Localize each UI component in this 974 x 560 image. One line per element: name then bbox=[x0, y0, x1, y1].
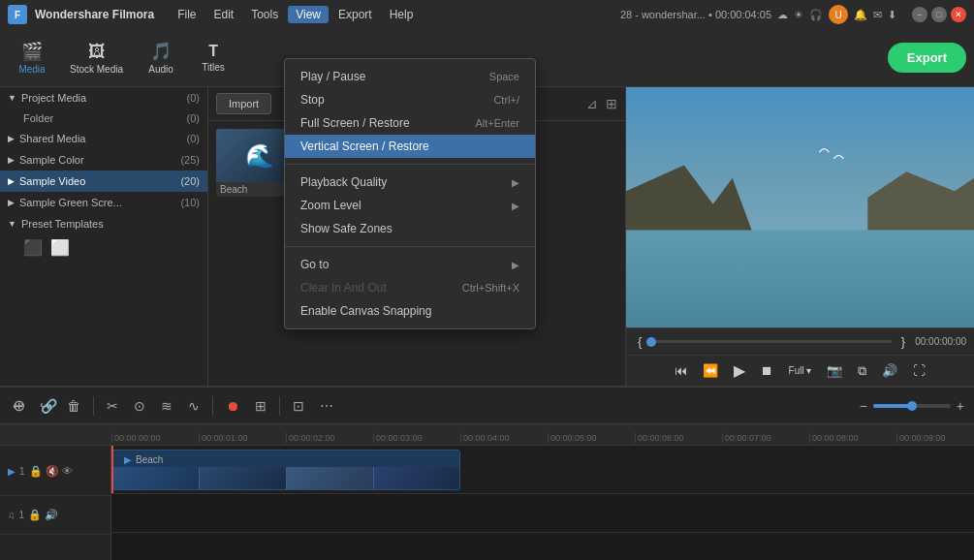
ruler-mark-1: 00:00:01:00 bbox=[199, 433, 286, 443]
import-button[interactable]: Import bbox=[216, 93, 271, 114]
sample-green-count: (10) bbox=[180, 197, 200, 208]
track-eye-icon[interactable]: 👁 bbox=[62, 465, 73, 478]
ruler-mark-0: 00:00:00:00 bbox=[111, 433, 199, 443]
sidebar: ▼ Project Media (0) Folder (0) ▶ Shared … bbox=[0, 87, 208, 386]
fullscreen-button[interactable]: ⛶ bbox=[909, 361, 929, 380]
sidebar-section-sample-green: ▶ Sample Green Scre... (10) bbox=[0, 192, 207, 213]
menu-item-play-pause[interactable]: Play / Pause Space bbox=[285, 65, 535, 88]
pip-button[interactable]: ⧉ bbox=[854, 361, 870, 381]
more-button[interactable]: ⋯ bbox=[315, 395, 338, 417]
menu-item-vertical-screen[interactable]: Vertical Screen / Restore bbox=[285, 135, 535, 158]
timeline-zoom: − + bbox=[858, 396, 966, 416]
project-media-count: (0) bbox=[187, 92, 200, 104]
audio-label: Audio bbox=[148, 64, 173, 75]
sidebar-item-folder[interactable]: Folder (0) bbox=[0, 109, 207, 128]
sidebar-item-sample-color[interactable]: ▶ Sample Color (25) bbox=[0, 149, 207, 171]
menu-item-canvas-snapping[interactable]: Enable Canvas Snapping bbox=[285, 299, 535, 323]
preview-marker-out[interactable]: } bbox=[897, 332, 909, 351]
multi-button[interactable]: ⊞ bbox=[250, 395, 271, 417]
mask-button[interactable]: ⊙ bbox=[129, 395, 150, 417]
cloud-icon: ☁ bbox=[777, 9, 788, 21]
sample-color-count: (25) bbox=[180, 154, 200, 166]
sidebar-section-shared-media: ▶ Shared Media (0) bbox=[0, 128, 207, 149]
menu-item-playback-quality[interactable]: Playback Quality ▶ bbox=[285, 171, 535, 194]
export-button[interactable]: Export bbox=[888, 43, 966, 73]
audio-volume-icon[interactable]: 🔊 bbox=[45, 509, 58, 521]
menu-tools[interactable]: Tools bbox=[243, 6, 286, 23]
audio-eq-button[interactable]: ≋ bbox=[156, 395, 177, 417]
media-panel-icons: ⊿ ⊞ bbox=[586, 96, 617, 111]
media-icon: 🎬 bbox=[21, 41, 43, 62]
ruler-mark-2: 00:00:02:00 bbox=[286, 433, 373, 443]
preview-progress-bar[interactable] bbox=[651, 340, 891, 343]
play-pause-shortcut: Space bbox=[489, 71, 519, 82]
record-button[interactable]: ⏺ bbox=[221, 395, 244, 417]
close-button[interactable]: ✕ bbox=[951, 7, 966, 22]
menu-file[interactable]: File bbox=[170, 6, 204, 23]
grid-view-icon[interactable]: ⊞ bbox=[606, 96, 617, 111]
titles-label: Titles bbox=[202, 62, 225, 73]
sidebar-item-sample-green[interactable]: ▶ Sample Green Scre... (10) bbox=[0, 192, 207, 213]
timeline-toolbar: ↩ ↪ 🗑 ✂ ⊙ ≋ ∿ ⏺ ⊞ ⊡ ⋯ − + ⊕ 🔗 bbox=[0, 388, 974, 424]
preset-icon-1[interactable]: ⬛ bbox=[23, 238, 43, 257]
stop-button[interactable]: ⏹ bbox=[757, 361, 777, 380]
zoom-in-button[interactable]: + bbox=[955, 396, 966, 416]
vertical-screen-label: Vertical Screen / Restore bbox=[300, 140, 429, 153]
view-dropdown-menu: Play / Pause Space Stop Ctrl+/ Full Scre… bbox=[284, 58, 536, 329]
volume-button[interactable]: 🔊 bbox=[878, 361, 901, 380]
clear-in-out-shortcut: Ctrl+Shift+X bbox=[462, 282, 519, 294]
sidebar-item-sample-video[interactable]: ▶ Sample Video (20) bbox=[0, 171, 207, 192]
filter-icon[interactable]: ⊿ bbox=[586, 96, 598, 111]
menu-edit[interactable]: Edit bbox=[205, 6, 241, 23]
preset-icon-2[interactable]: ⬜ bbox=[50, 238, 70, 257]
menu-item-clear-in-out: Clear In And Out Ctrl+Shift+X bbox=[285, 276, 535, 299]
zoom-track[interactable] bbox=[873, 404, 951, 408]
stock-media-icon: 🖼 bbox=[88, 42, 106, 62]
menu-item-go-to[interactable]: Go to ▶ bbox=[285, 253, 535, 276]
toolbar-stock-media[interactable]: 🖼 Stock Media bbox=[60, 38, 133, 78]
delete-button[interactable]: 🗑 bbox=[62, 395, 85, 417]
cut-button[interactable]: ✂ bbox=[102, 395, 123, 417]
snap-button[interactable]: ⊡ bbox=[288, 395, 309, 417]
sidebar-item-shared-media[interactable]: ▶ Shared Media (0) bbox=[0, 128, 207, 149]
audio-track-icons: 🔒 🔊 bbox=[28, 509, 58, 521]
play-back-button[interactable]: ⏪ bbox=[699, 361, 722, 380]
step-back-button[interactable]: ⏮ bbox=[671, 361, 691, 380]
maximize-button[interactable]: □ bbox=[931, 7, 947, 22]
menu-view[interactable]: View bbox=[288, 6, 329, 23]
step-forward-button[interactable]: Full ▾ bbox=[785, 363, 816, 378]
toolbar-titles[interactable]: T Titles bbox=[189, 39, 237, 77]
menu-item-safe-zones[interactable]: Show Safe Zones bbox=[285, 217, 535, 240]
clip-label: ▶ Beach bbox=[118, 454, 169, 465]
menu-export[interactable]: Export bbox=[330, 6, 380, 23]
play-button[interactable]: ▶ bbox=[730, 359, 749, 382]
menu-item-fullscreen[interactable]: Full Screen / Restore Alt+Enter bbox=[285, 111, 535, 135]
ruler-marks: 00:00:00:00 00:00:01:00 00:00:02:00 00:0… bbox=[111, 433, 974, 443]
menu-divider-1 bbox=[285, 164, 535, 165]
track-mute-icon[interactable]: 🔇 bbox=[46, 465, 59, 478]
zoom-out-button[interactable]: − bbox=[858, 396, 869, 416]
menu-item-stop[interactable]: Stop Ctrl+/ bbox=[285, 88, 535, 111]
preview-panel: { } 00:00:00:00 ⏮ ⏪ ▶ ⏹ Full ▾ 📷 ⧉ 🔊 ⛶ bbox=[625, 87, 974, 386]
snapshot-button[interactable]: 📷 bbox=[823, 361, 846, 380]
add-media-button[interactable]: ⊕ bbox=[8, 393, 30, 418]
waveform-button[interactable]: ∿ bbox=[183, 395, 204, 417]
link-button[interactable]: 🔗 bbox=[36, 395, 62, 417]
toolbar-media[interactable]: 🎬 Media bbox=[8, 37, 56, 78]
track-label-video1: ▶ 1 🔒 🔇 👁 bbox=[0, 448, 110, 496]
video-clip-beach[interactable]: ▶ Beach bbox=[111, 450, 460, 490]
stop-label: Stop bbox=[300, 93, 325, 107]
audio-lock-icon[interactable]: 🔒 bbox=[28, 509, 42, 521]
menu-item-zoom-level[interactable]: Zoom Level ▶ bbox=[285, 194, 535, 217]
menu-help[interactable]: Help bbox=[382, 6, 422, 23]
headphones-icon: 🎧 bbox=[809, 9, 823, 21]
minimize-button[interactable]: − bbox=[912, 7, 927, 22]
sidebar-item-preset-templates[interactable]: ▼ Preset Templates bbox=[0, 213, 207, 234]
toolbar-audio[interactable]: 🎵 Audio bbox=[137, 37, 185, 78]
sidebar-item-project-media[interactable]: ▼ Project Media (0) bbox=[0, 87, 207, 109]
video-track-row: ▶ Beach bbox=[111, 446, 974, 494]
preview-marker-in[interactable]: { bbox=[634, 332, 645, 351]
audio-icon: 🎵 bbox=[150, 41, 172, 62]
track-lock-icon[interactable]: 🔒 bbox=[29, 465, 43, 478]
clip-name: Beach bbox=[136, 454, 163, 465]
